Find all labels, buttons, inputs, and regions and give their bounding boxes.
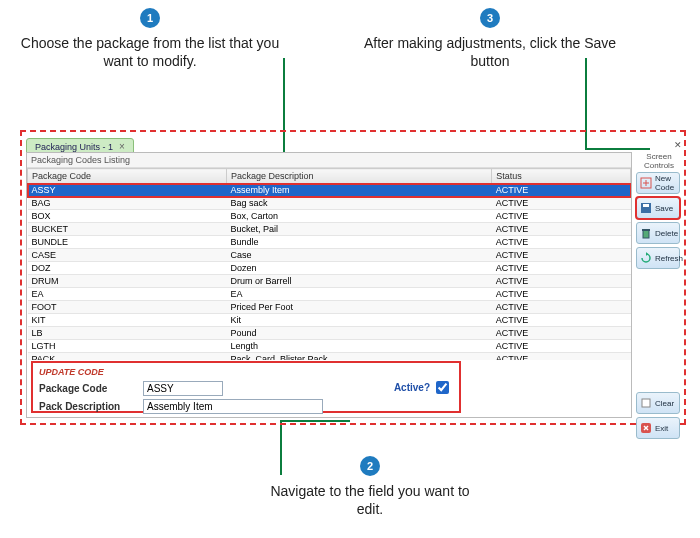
exit-icon bbox=[640, 422, 652, 434]
table-row[interactable]: DRUMDrum or BarrellACTIVE bbox=[28, 275, 631, 288]
svg-rect-6 bbox=[642, 229, 650, 231]
table-cell: ACTIVE bbox=[492, 353, 631, 361]
panel-close-icon[interactable]: ✕ bbox=[672, 140, 684, 152]
table-cell: Pack, Card, Blister Pack bbox=[226, 353, 491, 361]
callout-badge-1: 1 bbox=[140, 8, 160, 28]
table-cell: EA bbox=[28, 288, 227, 301]
table-cell: BAG bbox=[28, 197, 227, 210]
table-cell: Drum or Barrell bbox=[226, 275, 491, 288]
refresh-icon bbox=[640, 252, 652, 264]
table-cell: ACTIVE bbox=[492, 236, 631, 249]
table-cell: ACTIVE bbox=[492, 184, 631, 197]
table-cell: CASE bbox=[28, 249, 227, 262]
clear-button[interactable]: Clear bbox=[636, 392, 680, 414]
new-code-button[interactable]: New Code bbox=[636, 172, 680, 194]
screen-controls-title: Screen Controls bbox=[636, 152, 682, 170]
table-cell: Priced Per Foot bbox=[226, 301, 491, 314]
table-row[interactable]: DOZDozenACTIVE bbox=[28, 262, 631, 275]
col-header-status[interactable]: Status bbox=[492, 169, 631, 184]
table-row[interactable]: EAEAACTIVE bbox=[28, 288, 631, 301]
delete-button[interactable]: Delete bbox=[636, 222, 680, 244]
save-label: Save bbox=[655, 204, 673, 213]
callout-badge-2: 2 bbox=[360, 456, 380, 476]
connector-line bbox=[280, 420, 282, 475]
package-code-input[interactable] bbox=[143, 381, 223, 396]
col-header-code[interactable]: Package Code bbox=[28, 169, 227, 184]
table-cell: ACTIVE bbox=[492, 314, 631, 327]
table-cell: PACK bbox=[28, 353, 227, 361]
update-title: UPDATE CODE bbox=[39, 367, 453, 377]
clear-label: Clear bbox=[655, 399, 674, 408]
table-row[interactable]: ASSYAssembly ItemACTIVE bbox=[28, 184, 631, 197]
table-cell: BOX bbox=[28, 210, 227, 223]
table-cell: Bag sack bbox=[226, 197, 491, 210]
delete-icon bbox=[640, 227, 652, 239]
table-row[interactable]: BUNDLEBundleACTIVE bbox=[28, 236, 631, 249]
clear-icon bbox=[640, 397, 652, 409]
table-cell: Case bbox=[226, 249, 491, 262]
table-cell: DRUM bbox=[28, 275, 227, 288]
new-code-label: New Code bbox=[655, 174, 676, 192]
callout-text-1: Choose the package from the list that yo… bbox=[20, 34, 280, 70]
package-code-label: Package Code bbox=[39, 383, 135, 394]
refresh-button[interactable]: Refresh bbox=[636, 247, 680, 269]
table-cell: ACTIVE bbox=[492, 327, 631, 340]
table-cell: Dozen bbox=[226, 262, 491, 275]
save-button[interactable]: Save bbox=[636, 197, 680, 219]
update-form: UPDATE CODE Package Code Pack Descriptio… bbox=[31, 361, 461, 413]
table-cell: ACTIVE bbox=[492, 288, 631, 301]
table-cell: Box, Carton bbox=[226, 210, 491, 223]
callout-3: 3 After making adjustments, click the Sa… bbox=[360, 8, 620, 70]
table-row[interactable]: CASECaseACTIVE bbox=[28, 249, 631, 262]
table-cell: Length bbox=[226, 340, 491, 353]
table-cell: FOOT bbox=[28, 301, 227, 314]
table-cell: ACTIVE bbox=[492, 197, 631, 210]
table-row[interactable]: PACKPack, Card, Blister PackACTIVE bbox=[28, 353, 631, 361]
connector-line bbox=[585, 148, 650, 150]
table-row[interactable]: KITKitACTIVE bbox=[28, 314, 631, 327]
pack-desc-input[interactable] bbox=[143, 399, 323, 414]
connector-line bbox=[585, 58, 587, 150]
exit-button[interactable]: Exit bbox=[636, 417, 680, 439]
connector-line bbox=[280, 420, 350, 422]
table-row[interactable]: BOXBox, CartonACTIVE bbox=[28, 210, 631, 223]
table-cell: Pound bbox=[226, 327, 491, 340]
callout-text-3: After making adjustments, click the Save… bbox=[360, 34, 620, 70]
table-row[interactable]: BUCKETBucket, PailACTIVE bbox=[28, 223, 631, 236]
table-row[interactable]: LGTHLengthACTIVE bbox=[28, 340, 631, 353]
table-cell: LGTH bbox=[28, 340, 227, 353]
svg-rect-8 bbox=[642, 399, 650, 407]
table-row[interactable]: FOOTPriced Per FootACTIVE bbox=[28, 301, 631, 314]
table-row[interactable]: BAGBag sackACTIVE bbox=[28, 197, 631, 210]
table-cell: ACTIVE bbox=[492, 340, 631, 353]
table-cell: Bucket, Pail bbox=[226, 223, 491, 236]
callout-2: 2 Navigate to the field you want to edit… bbox=[260, 456, 480, 518]
callout-1: 1 Choose the package from the list that … bbox=[20, 8, 280, 70]
screen-controls-panel: Screen Controls New Code Save Delete Ref… bbox=[636, 152, 682, 442]
svg-rect-4 bbox=[643, 204, 649, 207]
exit-label: Exit bbox=[655, 424, 668, 433]
refresh-label: Refresh bbox=[655, 254, 683, 263]
table-cell: ACTIVE bbox=[492, 223, 631, 236]
new-code-icon bbox=[640, 177, 652, 189]
active-checkbox[interactable] bbox=[436, 381, 449, 394]
table-cell: ACTIVE bbox=[492, 210, 631, 223]
col-header-desc[interactable]: Package Description bbox=[226, 169, 491, 184]
table-cell: ASSY bbox=[28, 184, 227, 197]
callout-badge-3: 3 bbox=[480, 8, 500, 28]
tab-label: Packaging Units - 1 bbox=[35, 142, 113, 152]
table-cell: ACTIVE bbox=[492, 275, 631, 288]
delete-label: Delete bbox=[655, 229, 678, 238]
table-cell: DOZ bbox=[28, 262, 227, 275]
table-cell: BUNDLE bbox=[28, 236, 227, 249]
table-row[interactable]: LBPoundACTIVE bbox=[28, 327, 631, 340]
svg-rect-5 bbox=[643, 230, 649, 238]
table-cell: LB bbox=[28, 327, 227, 340]
table-cell: ACTIVE bbox=[492, 262, 631, 275]
svg-marker-7 bbox=[646, 252, 648, 256]
table-cell: ACTIVE bbox=[492, 249, 631, 262]
tab-close-icon[interactable]: × bbox=[119, 141, 125, 152]
table-cell: Kit bbox=[226, 314, 491, 327]
table-cell: ACTIVE bbox=[492, 301, 631, 314]
pack-desc-label: Pack Description bbox=[39, 401, 135, 412]
